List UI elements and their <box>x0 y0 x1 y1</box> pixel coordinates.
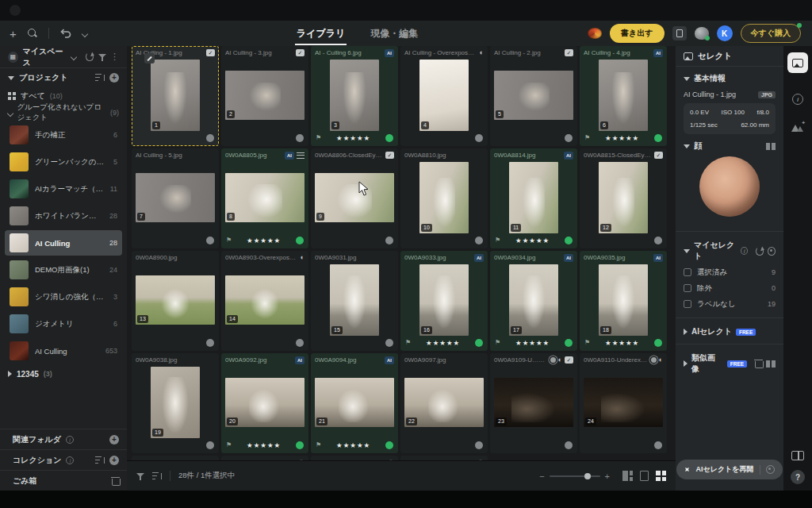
projects-header[interactable]: プロジェクト + <box>0 68 127 87</box>
collage-view-icon[interactable] <box>622 471 633 481</box>
collapse-caret-icon[interactable] <box>8 76 14 80</box>
workspace-header[interactable]: ▦ マイスペース ⋮ <box>0 46 127 68</box>
tab-library[interactable]: ライブラリ <box>295 21 347 45</box>
star-rating[interactable]: ★★★★★ <box>235 442 293 449</box>
expand-caret-icon[interactable] <box>8 371 12 377</box>
split-view-icon[interactable] <box>766 143 776 150</box>
status-dot[interactable] <box>565 441 573 449</box>
photo-tile[interactable]: 0W0A8814.jpgAI11⚑★★★★★ <box>490 148 577 248</box>
sidebar-project-item[interactable]: ホワイトバランス・露出補正28 <box>5 203 122 229</box>
undo-icon[interactable] <box>60 29 71 38</box>
sidebar-item-collections[interactable]: コレクション i + <box>0 449 127 470</box>
sidebar-project-item[interactable]: DEMO用画像(1)24 <box>5 257 122 283</box>
flag-icon[interactable]: ⚑ <box>495 237 500 244</box>
status-dot[interactable] <box>385 134 393 142</box>
photo-tile[interactable]: AI Culling - Overexposure.jpg◐4 <box>400 46 488 146</box>
status-dot[interactable] <box>206 339 214 347</box>
sidebar-project-item[interactable]: ジオメトリ6 <box>5 311 122 337</box>
photo-tile[interactable]: 0W0A9031.jpg15 <box>311 251 398 351</box>
basic-info-header[interactable]: 基本情報 <box>684 73 776 84</box>
face-header[interactable]: 顔 <box>684 140 776 152</box>
star-rating[interactable]: ★★★★★ <box>324 442 382 449</box>
star-rating[interactable]: ★★★★★ <box>504 340 561 347</box>
sort-icon[interactable] <box>152 472 162 480</box>
photo-tile[interactable]: 0W0A8805.jpgAI8⚑★★★★★ <box>221 148 308 248</box>
status-dot[interactable] <box>206 237 214 244</box>
photo-tile[interactable]: AI Culling - 4.jpgAI6⚑★★★★★ <box>580 46 667 146</box>
photo-thumbnail[interactable]: 24 <box>584 378 663 427</box>
status-dot[interactable] <box>654 237 662 244</box>
trash-icon[interactable] <box>755 360 762 368</box>
photo-thumbnail[interactable]: 16 <box>419 264 469 336</box>
photo-thumbnail[interactable]: 4 <box>419 60 469 131</box>
photo-tile[interactable]: 0W0A9110-Underexposure.jpg◐24 <box>580 353 667 453</box>
group-header[interactable]: グループ化されないプロジェクト (9) <box>0 105 127 121</box>
star-rating[interactable]: ★★★★★ <box>324 135 382 142</box>
status-dot[interactable] <box>475 339 483 347</box>
photo-tile[interactable]: 0W0A8806-ClosedEyes.jpg✓9 <box>311 148 398 248</box>
photo-thumbnail[interactable]: 10 <box>419 162 469 233</box>
photo-thumbnail[interactable]: 13 <box>136 275 215 325</box>
photo-thumbnail[interactable]: 14 <box>225 275 304 325</box>
photo-tile[interactable]: 0W0A9033.jpgAI16⚑★★★★★ <box>400 251 488 351</box>
status-dot[interactable] <box>385 339 393 347</box>
similar-images-header[interactable]: 類似画像 FREE <box>684 352 776 375</box>
photo-tile[interactable]: 0W0A8810.jpg10 <box>400 148 488 248</box>
filter-icon[interactable] <box>98 53 105 61</box>
trash-icon[interactable] <box>112 477 119 485</box>
flag-icon[interactable]: ⚑ <box>226 442 232 448</box>
flag-icon[interactable]: ⚑ <box>495 340 500 346</box>
sidebar-project-item[interactable]: AI Culling653 <box>5 338 122 364</box>
checkbox[interactable] <box>684 284 691 292</box>
single-view-icon[interactable] <box>639 471 649 481</box>
status-dot[interactable] <box>296 339 304 347</box>
photo-thumbnail[interactable]: 5 <box>494 71 573 120</box>
rail-culling-icon[interactable]: ✦ <box>791 122 804 132</box>
panel-toggle-icon[interactable] <box>672 26 687 40</box>
add-project-icon[interactable]: + <box>109 73 119 83</box>
photo-tile[interactable]: AI Culling - 1.jpg✓1 <box>132 46 219 146</box>
photo-tile[interactable]: 0W0A9038.jpg19 <box>132 353 219 453</box>
help-button[interactable]: ? <box>791 470 805 484</box>
gear-icon[interactable] <box>766 465 775 474</box>
refresh-icon[interactable] <box>756 247 764 256</box>
status-dot[interactable] <box>565 339 573 347</box>
sidebar-item-12345[interactable]: 12345 (3) <box>0 365 127 383</box>
rail-tool-select-active[interactable] <box>787 52 808 73</box>
split-view-icon[interactable] <box>766 360 776 368</box>
theme-status-icon[interactable] <box>695 27 709 40</box>
photo-thumbnail[interactable]: 8 <box>225 173 304 222</box>
status-dot[interactable] <box>385 441 393 449</box>
sidebar-project-item[interactable]: 手の補正6 <box>5 122 122 148</box>
filter-row[interactable]: 除外0 <box>684 281 776 295</box>
photo-thumbnail[interactable]: 1 <box>151 60 200 131</box>
filter-row[interactable]: 選択済み9 <box>684 265 776 279</box>
zoom-out-button[interactable]: − <box>539 471 544 481</box>
rail-info-icon[interactable]: i <box>792 94 803 105</box>
sidebar-item-trash[interactable]: ごみ箱 <box>0 470 127 491</box>
photo-tile[interactable]: 0W0A8903-Overexposure.jpg◐14 <box>221 251 308 351</box>
photo-thumbnail[interactable]: 6 <box>599 60 648 131</box>
photo-tile[interactable]: AI Culling - 5.jpg7 <box>132 148 219 248</box>
select-check-icon[interactable]: ✓ <box>565 356 573 364</box>
sidebar-item-related-folders[interactable]: 関連フォルダ i + <box>0 429 127 449</box>
filter-icon[interactable] <box>136 472 144 480</box>
photo-thumbnail[interactable]: 11 <box>509 162 558 233</box>
photo-thumbnail[interactable]: 21 <box>315 378 394 427</box>
status-dot[interactable] <box>654 339 662 347</box>
ai-select-header[interactable]: AIセレクト FREE <box>684 326 776 337</box>
photo-tile[interactable]: 0W0A9097.jpg22 <box>400 353 488 453</box>
zoom-slider[interactable] <box>550 475 600 477</box>
group-chevron-icon[interactable] <box>8 110 12 116</box>
photo-thumbnail[interactable]: 22 <box>404 378 484 427</box>
status-dot[interactable] <box>385 237 393 244</box>
add-folder-icon[interactable]: + <box>109 435 119 444</box>
status-dot[interactable] <box>296 237 304 244</box>
status-dot[interactable] <box>206 441 214 449</box>
photo-tile[interactable]: 0W0A9094.jpgAI21⚑★★★★★ <box>311 353 398 453</box>
sort-icon[interactable] <box>95 456 105 464</box>
flag-icon[interactable]: ⚑ <box>316 442 321 448</box>
more-options-icon[interactable]: ⋮ <box>110 52 119 62</box>
select-check-icon[interactable]: ✓ <box>296 49 304 56</box>
star-rating[interactable]: ★★★★★ <box>235 237 293 244</box>
